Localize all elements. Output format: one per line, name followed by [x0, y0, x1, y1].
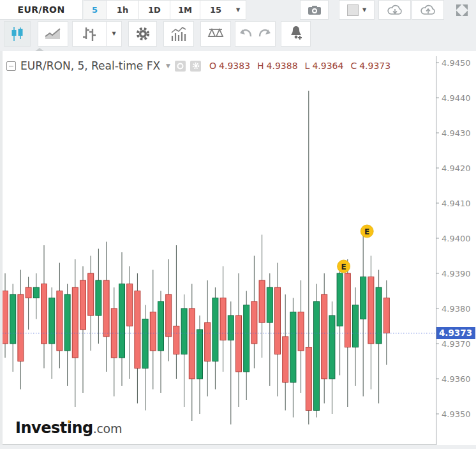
timeframe-button-15[interactable]: 15	[200, 0, 232, 20]
history-group	[235, 21, 276, 47]
candle-body-down	[80, 280, 86, 330]
settings-gear-icon	[135, 26, 151, 42]
candle-body-up	[142, 319, 148, 369]
symbol-tab[interactable]: EUR/RON	[0, 0, 83, 20]
save-chart-button[interactable]	[412, 0, 444, 20]
candlestick-chart-icon	[11, 27, 24, 41]
layout-select-button[interactable]: ▼	[339, 0, 375, 20]
candle-body-down	[26, 287, 31, 298]
candle-body-up	[212, 298, 218, 361]
chart-type-area-button[interactable]	[38, 21, 68, 47]
timeframe-dropdown-button[interactable]: ▼	[230, 0, 246, 20]
axis-tick-label: 4.9410	[442, 199, 471, 208]
candle-body-down	[345, 273, 350, 347]
candle-body-down	[18, 294, 24, 361]
close-value: 4.9373	[359, 61, 390, 71]
timeframe-button-5[interactable]: 5	[84, 0, 107, 20]
chevron-down-icon: ▼	[236, 8, 240, 13]
layout-square-icon	[347, 4, 359, 16]
open-value: 4.9383	[219, 61, 250, 71]
logo-brand-post: ng	[71, 419, 93, 437]
candle-body-down	[259, 280, 265, 323]
camera-icon	[308, 5, 322, 15]
candle-body-up	[49, 298, 55, 344]
indicators-button[interactable]	[163, 21, 194, 47]
drawing-panel-edge	[0, 51, 3, 445]
candle-body-down	[103, 280, 109, 337]
candle-body-up	[158, 301, 164, 351]
axis-tick-label: 4.9370	[442, 339, 471, 349]
low-value: 4.9364	[312, 61, 343, 71]
candle-body-up	[197, 330, 203, 379]
candle-body-up	[96, 280, 101, 316]
load-chart-button[interactable]	[378, 0, 411, 20]
investing-logo: Investing.com	[15, 419, 122, 437]
gear-icon	[192, 62, 200, 70]
candle-body-down	[111, 308, 117, 358]
candle-body-down	[3, 291, 8, 344]
timeframe-group: 51h1D1M15	[84, 0, 232, 20]
candle-body-down	[127, 284, 133, 326]
axis-tick-label: 4.9440	[442, 93, 471, 103]
compare-button[interactable]	[200, 21, 231, 47]
high-value: 4.9388	[267, 61, 298, 71]
chart-type-dropdown-button[interactable]: ▼	[106, 21, 122, 47]
candle-body-down	[150, 312, 156, 351]
axis-tick-label: 4.9400	[442, 234, 471, 243]
axis-tick-label: 4.9430	[442, 128, 471, 138]
candle-body-up	[314, 301, 320, 411]
logo-tld: .com	[93, 422, 122, 436]
series-settings-button[interactable]	[190, 61, 201, 72]
candle-body-down	[236, 316, 242, 372]
fullscreen-icon	[455, 3, 469, 17]
axis-tick-label: 4.9420	[442, 164, 471, 173]
undo-icon[interactable]	[239, 29, 252, 39]
indicators-icon	[170, 27, 187, 41]
timeframe-button-1D[interactable]: 1D	[139, 0, 170, 20]
candle-body-up	[337, 273, 343, 326]
candle-body-down	[306, 347, 311, 411]
chart-svg: 4.94504.94404.94304.94204.94104.94004.93…	[0, 51, 476, 445]
timeframe-button-1h[interactable]: 1h	[107, 0, 139, 20]
candle-body-down	[135, 291, 140, 369]
candle-body-down	[41, 284, 47, 344]
candle-body-down	[322, 294, 327, 379]
timeframe-button-1M[interactable]: 1M	[170, 0, 200, 20]
axis-tick-label: 4.9450	[442, 58, 471, 68]
candle-body-up	[181, 308, 187, 354]
candle-body-down	[251, 301, 257, 344]
ohlc-readout: O4.9383 H4.9388 L4.9364 C4.9373	[209, 61, 390, 71]
chevron-down-icon[interactable]: ▼	[166, 63, 170, 69]
chart-type-candles-button[interactable]	[4, 21, 31, 47]
candle-body-up	[267, 287, 272, 323]
candle-body-down	[205, 323, 211, 361]
candle-body-down	[72, 287, 78, 358]
area-chart-icon	[45, 28, 61, 40]
fullscreen-button[interactable]	[448, 0, 476, 20]
candle-body-up	[119, 284, 125, 358]
add-alert-button[interactable]	[281, 21, 311, 47]
candle-body-down	[57, 291, 63, 351]
candle-body-down	[383, 298, 389, 333]
event-marker-label: E	[364, 227, 369, 236]
candle-body-down	[88, 273, 94, 316]
candle-body-up	[10, 294, 16, 344]
hide-series-button[interactable]	[175, 61, 186, 72]
axis-tick-label: 4.9350	[442, 409, 471, 419]
chevron-down-icon: ▼	[362, 8, 366, 13]
ohlc-bars-icon	[82, 26, 96, 42]
chart-settings-button[interactable]	[128, 21, 157, 47]
event-marker-label: E	[341, 263, 346, 271]
candle-body-up	[64, 294, 70, 351]
axis-tick-label: 4.9380	[442, 304, 471, 314]
chart-legend: EUR/RON, 5, Real-time FX ▼ O4.9383 H4.93…	[6, 59, 390, 72]
legend-collapse-box[interactable]	[6, 61, 16, 71]
snapshot-button[interactable]	[300, 0, 329, 20]
candle-body-up	[376, 287, 382, 344]
chart-type-bars-button[interactable]	[72, 21, 107, 47]
candle-body-up	[33, 287, 39, 298]
candle-body-down	[298, 312, 304, 351]
candle-body-up	[361, 277, 366, 319]
symbol-tab-label: EUR/RON	[17, 4, 64, 15]
redo-icon[interactable]	[258, 29, 271, 39]
